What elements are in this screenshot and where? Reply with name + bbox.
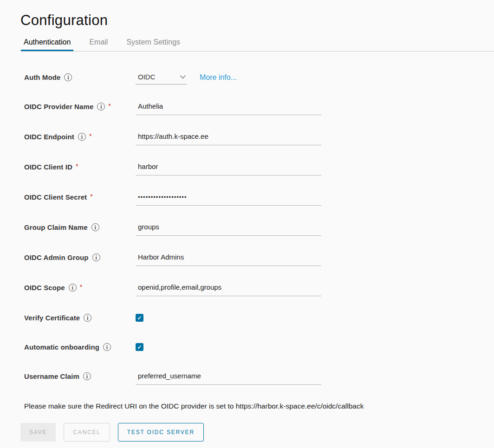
redirect-uri-notice: Please make sure the Redirect URI on the… <box>24 402 494 410</box>
required-marker: * <box>90 193 92 200</box>
info-icon[interactable] <box>91 223 99 231</box>
form-row-verify-certificate: Verify Certificate <box>24 313 494 325</box>
oidc-scope-label: OIDC Scope <box>24 284 65 292</box>
action-button-row: SAVE CANCEL TEST OIDC SERVER <box>20 423 494 442</box>
group-claim-name-label: Group Claim Name <box>24 223 88 231</box>
form-row-oidc-scope: OIDC Scope * <box>24 283 494 296</box>
oidc-provider-name-input[interactable] <box>136 102 321 115</box>
tab-system-settings[interactable]: System Settings <box>124 38 183 51</box>
info-icon[interactable] <box>69 284 77 292</box>
info-icon[interactable] <box>92 253 100 261</box>
required-marker: * <box>76 162 78 170</box>
oidc-scope-input[interactable] <box>136 283 321 296</box>
automatic-onboarding-checkbox[interactable] <box>136 343 143 351</box>
info-icon[interactable] <box>83 372 91 380</box>
info-icon[interactable] <box>97 103 105 110</box>
form-row-oidc-admin-group: OIDC Admin Group <box>24 253 494 266</box>
required-marker: * <box>89 132 91 140</box>
oidc-admin-group-input[interactable] <box>136 253 321 266</box>
chevron-down-icon <box>180 73 186 79</box>
required-marker: * <box>80 283 82 291</box>
oidc-endpoint-label: OIDC Endpoint <box>24 133 74 141</box>
oidc-client-id-input[interactable] <box>136 162 321 175</box>
oidc-admin-group-label: OIDC Admin Group <box>24 253 89 261</box>
required-marker: * <box>108 102 110 110</box>
info-icon[interactable] <box>78 133 86 141</box>
group-claim-name-input[interactable] <box>136 223 321 236</box>
oidc-provider-name-label: OIDC Provider Name <box>24 103 93 110</box>
auth-mode-label: Auth Mode <box>24 73 60 81</box>
cancel-button[interactable]: CANCEL <box>64 423 110 442</box>
form-row-oidc-client-id: OIDC Client ID * <box>24 162 494 175</box>
page-title: Configuration <box>20 12 494 29</box>
tab-email[interactable]: Email <box>86 38 110 51</box>
verify-certificate-label: Verify Certificate <box>24 314 80 322</box>
form-row-oidc-endpoint: OIDC Endpoint * <box>24 132 494 145</box>
more-info-link[interactable]: More info... <box>200 73 237 82</box>
automatic-onboarding-label: Automatic onboarding <box>24 343 99 351</box>
authentication-form: Auth Mode OIDC More info... OIDC Provide… <box>24 73 494 385</box>
form-row-auth-mode: Auth Mode OIDC More info... <box>24 73 494 85</box>
oidc-endpoint-input[interactable] <box>136 132 321 145</box>
save-button[interactable]: SAVE <box>20 423 56 442</box>
tab-bar: Authentication Email System Settings <box>21 38 494 52</box>
auth-mode-value: OIDC <box>138 73 156 81</box>
configuration-page: Configuration Authentication Email Syste… <box>0 12 494 448</box>
form-row-automatic-onboarding: Automatic onboarding <box>24 343 494 355</box>
oidc-client-id-label: OIDC Client ID <box>24 163 72 171</box>
form-row-oidc-client-secret: OIDC Client Secret * <box>24 193 494 206</box>
username-claim-label: Username Claim <box>24 372 79 380</box>
form-row-oidc-provider-name: OIDC Provider Name * <box>24 102 494 115</box>
oidc-client-secret-label: OIDC Client Secret <box>24 193 87 201</box>
test-oidc-server-button[interactable]: TEST OIDC SERVER <box>118 423 204 442</box>
verify-certificate-checkbox[interactable] <box>136 314 143 322</box>
info-icon[interactable] <box>103 343 111 351</box>
auth-mode-select[interactable]: OIDC <box>136 73 187 84</box>
info-icon[interactable] <box>84 314 91 322</box>
username-claim-input[interactable] <box>136 372 321 385</box>
info-icon[interactable] <box>64 73 72 81</box>
form-row-username-claim: Username Claim <box>24 372 494 385</box>
tab-authentication[interactable]: Authentication <box>21 38 73 51</box>
oidc-client-secret-input[interactable] <box>136 193 321 206</box>
form-row-group-claim-name: Group Claim Name <box>24 223 494 236</box>
